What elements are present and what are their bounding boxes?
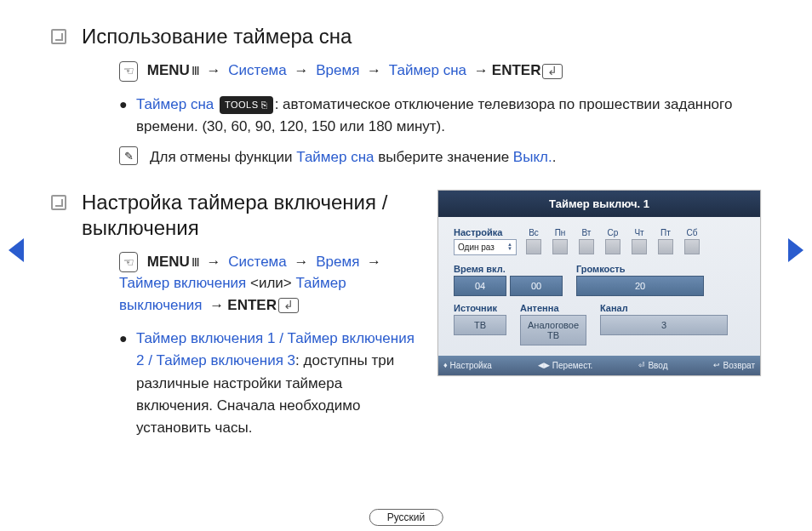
nav-step-system: Система — [228, 254, 286, 270]
next-page-arrow[interactable] — [788, 238, 803, 262]
bullet-dot-icon: ● — [119, 328, 136, 440]
nav-step-time: Время — [316, 62, 359, 78]
nav-step-system: Система — [228, 62, 286, 78]
setup-label: Настройка — [454, 227, 517, 237]
enter-label: ENTER — [492, 62, 541, 78]
time-on-label: Время вкл. — [454, 264, 563, 274]
tv-setup-row: Настройка Один раз ▲▼ Вс Пн Вт Ср Чт — [454, 227, 752, 255]
nav-step-time: Время — [316, 254, 359, 270]
language-pill[interactable]: Русский — [369, 509, 443, 526]
day-checkbox[interactable] — [684, 239, 700, 254]
section2-title: Настройка таймера включения /выключения — [82, 190, 417, 241]
hand-icon: ☜ — [119, 252, 138, 272]
note-off: Выкл. — [513, 149, 552, 165]
arrow-icon: → — [367, 254, 381, 270]
nav-or: <или> — [250, 275, 292, 291]
arrow-icon: → — [294, 254, 308, 270]
arrow-icon: → — [474, 62, 489, 78]
channel-value[interactable]: 3 — [600, 315, 728, 335]
arrow-icon: → — [367, 62, 381, 78]
section2-head: Настройка таймера включения /выключения — [51, 190, 417, 241]
day-checkbox[interactable] — [526, 239, 541, 254]
hand-icon: ☜ — [119, 61, 138, 82]
day-checkbox[interactable] — [632, 239, 647, 254]
footer-return: Возврат — [723, 361, 755, 370]
tv-footer-hints: ♦ Настройка ◀▶ Перемест. ⏎ Ввод ↩ Возвра… — [438, 356, 760, 375]
arrow-icon: → — [207, 254, 221, 270]
section-icon — [51, 195, 66, 210]
dropdown-arrows-icon: ▲▼ — [507, 243, 512, 251]
tools-pill: TOOLS ⎘ — [220, 96, 273, 114]
prev-page-arrow[interactable] — [9, 238, 24, 262]
note-link: Таймер сна — [296, 149, 374, 165]
menu-label: MENU — [147, 254, 190, 270]
day-label: Чт — [634, 228, 643, 237]
document-page: Использование таймера сна ☜ MENUⅢ → Сист… — [0, 0, 812, 448]
day-label: Пн — [555, 228, 566, 237]
day-checkbox[interactable] — [658, 239, 673, 254]
section1-title: Использование таймера сна — [82, 24, 352, 49]
antenna-label: Антенна — [520, 303, 586, 313]
enter-hint-icon: ⏎ — [638, 361, 645, 369]
source-row: Источник ТВ Антенна Аналоговое ТВ Канал … — [454, 303, 752, 345]
day-checkbox[interactable] — [579, 239, 594, 254]
updown-icon: ♦ — [443, 361, 448, 369]
day-label: Вт — [582, 228, 592, 237]
tv-timer-panel: Таймер выключ. 1 Настройка Один раз ▲▼ В — [437, 190, 761, 376]
arrow-icon: → — [207, 62, 221, 78]
time-hour-value[interactable]: 04 — [454, 276, 506, 296]
nav-step-sleep: Таймер сна — [389, 62, 466, 78]
section1-bullet: ● Таймер сна TOOLS ⎘: автоматическое отк… — [119, 94, 761, 139]
note-pre: Для отмены функции — [150, 149, 296, 165]
volume-value[interactable]: 20 — [576, 276, 704, 296]
arrow-icon: → — [294, 62, 308, 78]
days-row: Вс Пн Вт Ср Чт Пт Сб — [522, 228, 704, 254]
nav-step-on: Таймер включения — [119, 275, 246, 291]
menu-glyph-icon: Ⅲ — [192, 62, 199, 80]
nav-path-1: ☜ MENUⅢ → Система → Время → Таймер сна →… — [119, 60, 761, 82]
day-label: Ср — [608, 228, 619, 237]
day-label: Сб — [687, 228, 698, 237]
arrow-icon: → — [209, 297, 224, 313]
footer-setup: Настройка — [450, 361, 492, 370]
footer-move: Перемест. — [552, 361, 593, 370]
leftright-icon: ◀▶ — [538, 361, 550, 369]
source-value[interactable]: ТВ — [454, 315, 506, 335]
day-checkbox[interactable] — [552, 239, 568, 254]
section2-bullet: ● Таймер включения 1 / Таймер включения … — [119, 328, 417, 440]
menu-glyph-icon: Ⅲ — [192, 254, 199, 271]
return-hint-icon: ↩ — [713, 361, 720, 369]
pencil-icon: ✎ — [119, 146, 138, 165]
enter-label: ENTER — [227, 297, 277, 313]
day-label: Пт — [660, 228, 671, 237]
section-icon — [51, 29, 66, 44]
time-min-value[interactable]: 00 — [510, 276, 563, 296]
source-label: Источник — [454, 303, 506, 313]
volume-label: Громкость — [576, 264, 704, 274]
enter-icon — [278, 298, 299, 313]
nav-path-2: ☜ MENUⅢ → Система → Время → Таймер включ… — [119, 251, 417, 317]
section1-head: Использование таймера сна — [51, 24, 761, 49]
channel-label: Канал — [600, 303, 728, 313]
menu-label: MENU — [147, 62, 190, 78]
sleep-timer-link: Таймер сна — [136, 96, 214, 112]
enter-icon — [542, 64, 563, 79]
tv-panel-title: Таймер выключ. 1 — [438, 191, 760, 217]
setup-value: Один раз — [458, 243, 495, 252]
note-dot: . — [552, 149, 557, 165]
day-label: Вс — [529, 228, 539, 237]
day-checkbox[interactable] — [605, 239, 620, 254]
footer-enter: Ввод — [648, 361, 667, 370]
time-volume-row: Время вкл. 04 00 Громкость 20 — [454, 264, 752, 296]
setup-dropdown[interactable]: Один раз ▲▼ — [454, 239, 517, 255]
bullet-dot-icon: ● — [119, 94, 136, 139]
antenna-value[interactable]: Аналоговое ТВ — [520, 315, 586, 345]
note-post: выберите значение — [375, 149, 513, 165]
section1-note: ✎ Для отмены функции Таймер сна выберите… — [119, 146, 761, 168]
